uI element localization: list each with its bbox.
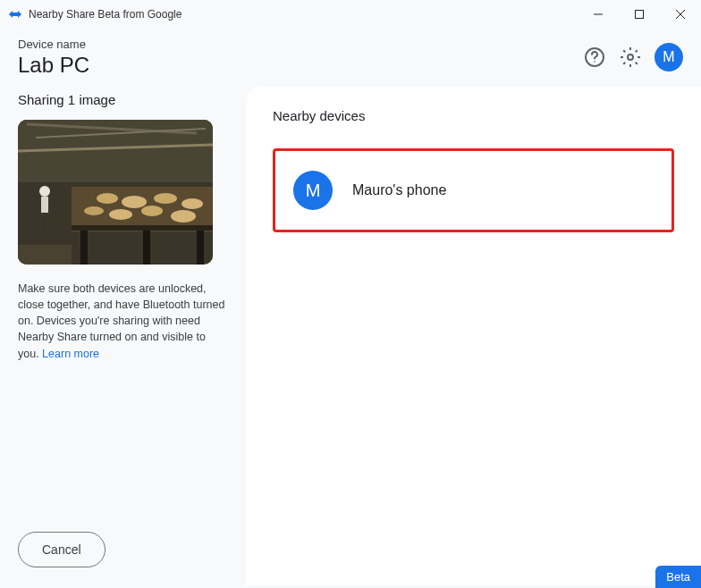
svg-point-17 — [84, 206, 104, 215]
devices-panel: Nearby devices M Mauro's phone — [246, 87, 701, 585]
device-name-label: Mauro's phone — [352, 182, 446, 198]
device-item[interactable]: M Mauro's phone — [273, 148, 674, 232]
svg-rect-23 — [143, 231, 150, 265]
sharing-title: Sharing 1 image — [18, 92, 228, 107]
svg-rect-28 — [46, 213, 52, 231]
content: Sharing 1 image — [0, 87, 701, 585]
device-name: Lab PC — [18, 53, 583, 78]
app-icon — [7, 9, 21, 20]
svg-rect-29 — [18, 245, 72, 265]
svg-rect-24 — [197, 231, 204, 265]
svg-rect-26 — [41, 197, 48, 213]
minimize-button[interactable] — [578, 0, 619, 29]
svg-rect-1 — [636, 11, 644, 19]
cancel-button[interactable]: Cancel — [18, 532, 106, 567]
nearby-devices-title: Nearby devices — [273, 108, 674, 123]
share-panel: Sharing 1 image — [18, 87, 246, 585]
header-actions: M — [583, 38, 683, 71]
svg-point-6 — [628, 55, 633, 60]
svg-point-25 — [39, 186, 50, 197]
svg-point-18 — [109, 209, 132, 220]
svg-point-15 — [154, 193, 177, 204]
maximize-button[interactable] — [619, 0, 660, 29]
svg-point-5 — [594, 61, 595, 63]
svg-point-14 — [122, 196, 147, 208]
learn-more-link[interactable]: Learn more — [42, 348, 99, 360]
device-info: Device name Lab PC — [18, 38, 583, 78]
instructions: Make sure both devices are unlocked, clo… — [18, 281, 228, 362]
svg-point-19 — [141, 206, 163, 216]
image-preview — [18, 120, 213, 265]
account-avatar[interactable]: M — [655, 43, 683, 71]
svg-rect-22 — [80, 231, 88, 265]
svg-rect-27 — [38, 213, 43, 231]
beta-badge: Beta — [655, 566, 701, 588]
device-avatar: M — [293, 171, 333, 210]
svg-rect-21 — [72, 225, 213, 231]
settings-button[interactable] — [619, 46, 642, 69]
window-title: Nearby Share Beta from Google — [29, 8, 578, 21]
titlebar: Nearby Share Beta from Google — [0, 0, 701, 29]
header: Device name Lab PC M — [0, 29, 701, 87]
device-name-label: Device name — [18, 38, 583, 51]
svg-point-13 — [97, 193, 118, 204]
close-button[interactable] — [660, 0, 701, 29]
help-button[interactable] — [583, 46, 606, 69]
svg-point-20 — [171, 210, 196, 223]
svg-point-16 — [182, 198, 203, 209]
